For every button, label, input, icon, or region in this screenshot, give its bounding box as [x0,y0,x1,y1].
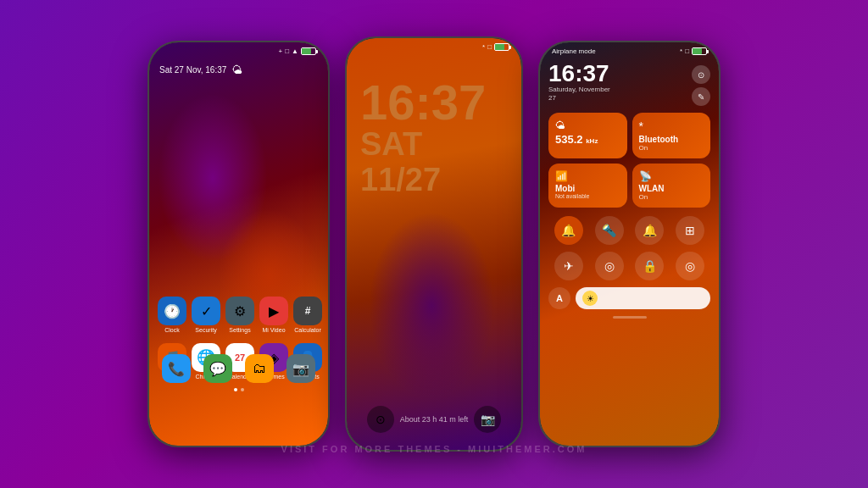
cc-mobile-title: Mobi [555,184,620,193]
cc-wlan-title: WLAN [639,184,704,193]
status-bar-phone3: Airplane mode * □ [540,42,719,57]
lock-screen-bottom: ⊙ About 23 h 41 m left 📷 [347,406,521,433]
home-datetime: Sat 27 Nov, 16:37 [159,65,226,75]
cc-bluetooth-title: Bluetooth [639,135,704,144]
wifi-status-icon: □ [285,47,289,55]
lock-day-abbr: SAT [360,127,508,163]
cc-notify-button[interactable]: 🔔 [635,216,664,245]
cc-tile-data[interactable]: 🌤 535.2 kHz [548,113,627,158]
app-clock[interactable]: 🕐 Clock [158,297,186,333]
status-bar-phone2: x * □ [347,38,521,53]
app-settings[interactable]: ⚙ Settings [225,297,254,333]
app-security[interactable]: ✓ Security [192,297,220,333]
lock-time-display: 16:37 [360,78,508,127]
battery-2 [494,43,509,51]
cc-auto-brightness-button[interactable]: A [548,287,570,309]
dock-phone[interactable]: 📞 [158,354,194,383]
cc-mobile-status: Not available [555,193,620,199]
app-settings-label: Settings [229,327,250,333]
app-mi-video[interactable]: ▶ Mi Video [259,297,288,333]
camera-quick-button[interactable]: 📷 [474,406,501,433]
cc-drag-handle [540,313,719,319]
cc-wlan-status: On [639,193,704,201]
weather-icon: 🌤 [231,64,242,76]
cc-time-display: 16:37 [548,62,610,86]
app-grid-row1: 🕐 Clock ✓ Security ⚙ Settings ▶ Mi Video [149,291,328,338]
app-clock-label: Clock [164,327,180,333]
cc-airplane-button[interactable]: ✈ [554,252,583,280]
bt-icon-2: * [482,43,485,51]
cc-camera-icon[interactable]: ⊙ [692,65,710,84]
cc-edit-icon[interactable]: ✎ [692,87,710,106]
cc-brightness-control: A ☀ [540,284,719,313]
cc-mode-row: ✈ ◎ 🔒 ◎ [540,248,719,284]
battery-indicator [301,47,316,55]
home-topbar: Sat 27 Nov, 16:37 🌤 [149,57,328,80]
dock-messages[interactable]: 💬 [199,354,236,383]
airplane-mode-label: Airplane mode [552,47,596,55]
app-calculator-label: Calculator [294,327,321,333]
app-security-label: Security [195,327,216,333]
cc-nfc-button[interactable]: ◎ [595,252,624,280]
cc-flashlight-button[interactable]: 🔦 [595,216,624,245]
cc-sound-button[interactable]: 🔔 [554,216,583,245]
cc-location-button[interactable]: ◎ [676,252,704,280]
flashlight-button[interactable]: ⊙ [367,406,394,433]
dock-files[interactable]: 🗂 [242,354,278,383]
cc-brightness-icon: ☀ [582,291,598,306]
cc-lock-button[interactable]: 🔒 [635,252,664,280]
phone-1: +︎ □ ▲ Sat 27 Nov, 16:37 🌤 🕐 C [147,41,330,447]
cc-cast-button[interactable]: ⊞ [676,216,704,245]
cc-bluetooth-status: On [639,144,704,152]
status-bar-phone1: +︎ □ ▲ [149,42,328,57]
battery-time-text: About 23 h 41 m left [400,415,469,424]
cc-quick-tiles: 🌤 535.2 kHz * Bluetooth On 📶 Mobi Not av… [540,108,719,213]
bt-icon-3: * [680,47,682,55]
dock-camera[interactable]: 📷 [283,354,320,383]
power-button[interactable] [328,127,330,161]
app-dock: 📞 💬 🗂 📷 [149,349,328,388]
app-mi-video-label: Mi Video [262,327,285,333]
phone-3: Airplane mode * □ 16:37 Saturday, Novemb… [538,41,721,447]
power-button-3[interactable] [719,127,721,161]
cc-brightness-slider[interactable]: ☀ [576,287,710,309]
watermark-text: VISIT FOR MORE THEMES - MIUITHEMER.COM [281,444,587,454]
cc-tile-wlan[interactable]: 📡 WLAN On [632,164,711,208]
cc-quick-row-1: 🔔 🔦 🔔 ⊞ [540,213,719,248]
cc-tile-mobile[interactable]: 📶 Mobi Not available [548,164,627,208]
app-calculator[interactable]: # Calculator [293,297,322,333]
cc-data-value: 535.2 kHz [555,133,620,146]
bluetooth-status-icon: +︎ [279,47,283,55]
signal-status-icon: ▲ [292,47,298,55]
cc-tile-bluetooth[interactable]: * Bluetooth On [632,113,711,158]
lock-day-display: SAT 11/27 [360,127,508,198]
cc-date-display: Saturday, November 27 [548,86,610,103]
wifi-icon-2: □ [487,43,492,51]
phone-2: x * □ 16:37 SAT 11/27 ⊙ [345,36,523,452]
lock-date-abbr: 11/27 [360,163,508,198]
power-button-2[interactable] [521,123,523,157]
battery-3 [692,47,707,55]
wifi-icon-3: □ [685,47,689,55]
